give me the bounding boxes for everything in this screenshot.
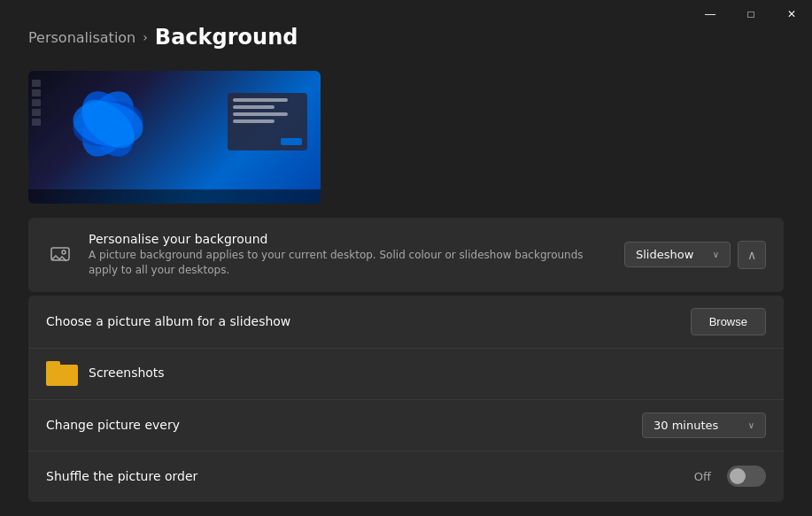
toggle-knob [730,468,746,484]
folder-name: Screenshots [89,366,165,380]
change-picture-label: Change picture every [46,418,180,432]
change-picture-value: 30 minutes [653,419,741,432]
desktop-preview [28,71,321,204]
close-button[interactable]: ✕ [771,0,812,28]
shuffle-label: Shuffle the picture order [46,469,197,483]
preview-dialog [228,93,307,150]
svg-point-6 [62,250,66,254]
preview-icon-2 [32,89,41,96]
change-picture-text: Change picture every [46,418,642,432]
change-picture-row: Change picture every 30 minutes ∨ [28,399,784,451]
background-icon [46,241,74,269]
choose-album-row: Choose a picture album for a slideshow B… [28,296,784,348]
screenshots-folder-row: Screenshots [28,348,784,399]
personalise-control: Slideshow ∨ ∧ [624,241,766,269]
preview-dialog-line-2 [233,105,275,109]
album-label: Choose a picture album for a slideshow [46,314,290,328]
shuffle-text: Shuffle the picture order [46,469,694,483]
preview-dialog-line-1 [233,98,288,102]
personalise-text: Personalise your background A picture ba… [89,232,624,278]
settings-container: Personalise your background A picture ba… [28,218,784,502]
preview-desktop-icons [32,80,41,126]
browse-button[interactable]: Browse [691,308,766,335]
personalise-background-row: Personalise your background A picture ba… [28,218,784,292]
folder-icon [46,361,78,386]
preview-dialog-line-4 [233,119,275,123]
maximize-button[interactable]: □ [731,0,771,28]
chevron-down-icon: ∨ [713,250,719,259]
wallpaper-logo [55,75,161,173]
change-picture-dropdown[interactable]: 30 minutes ∨ [642,412,766,438]
shuffle-row: Shuffle the picture order Off [28,451,784,502]
preview-wallpaper [28,71,321,204]
toggle-state-label: Off [694,470,711,483]
preview-icon-5 [32,119,41,126]
breadcrumb-parent[interactable]: Personalisation [28,29,135,46]
page-title: Background [155,25,298,50]
title-bar: — □ ✕ [690,0,812,28]
change-picture-chevron-icon: ∨ [748,420,754,430]
slideshow-settings-group: Choose a picture album for a slideshow B… [28,296,784,502]
personalise-desc: A picture background applies to your cur… [89,248,602,278]
personalise-title: Personalise your background [89,232,624,246]
preview-icon-1 [32,80,41,87]
album-control: Browse [691,308,766,335]
expand-button[interactable]: ∧ [738,241,766,269]
minimize-button[interactable]: — [690,0,731,28]
album-text: Choose a picture album for a slideshow [46,314,691,328]
change-picture-control: 30 minutes ∨ [642,412,766,438]
background-type-dropdown[interactable]: Slideshow ∨ [624,242,731,267]
preview-dialog-button [281,138,302,145]
preview-icon-3 [32,99,41,106]
chevron-up-icon: ∧ [747,248,756,262]
preview-dialog-line-3 [233,112,288,116]
preview-icon-4 [32,109,41,116]
dropdown-value: Slideshow [636,248,706,261]
breadcrumb-chevron-icon: › [143,30,148,44]
preview-taskbar [28,189,321,204]
shuffle-control: Off [694,466,766,487]
shuffle-toggle[interactable] [727,466,766,487]
